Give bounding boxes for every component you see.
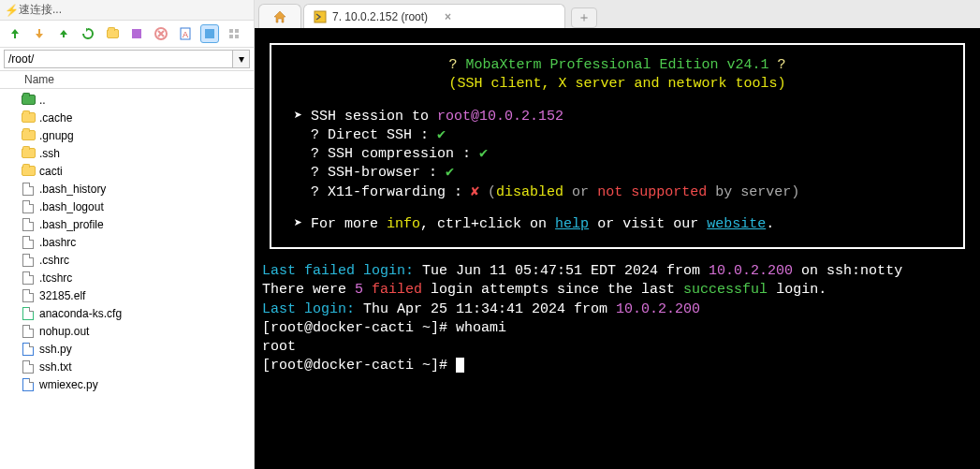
were-count: 5: [355, 282, 363, 298]
tree-item[interactable]: .bash_history: [0, 180, 254, 198]
tree-item-label: anaconda-ks.cfg: [39, 307, 122, 320]
tree-item[interactable]: .cshrc: [0, 251, 254, 269]
file-icon: [21, 359, 36, 374]
check-icon: ✔: [437, 127, 446, 143]
last-failed-ip: 10.0.2.200: [709, 263, 793, 279]
feature-label: ? X11-forwarding :: [311, 184, 471, 200]
session-tab[interactable]: 7. 10.0.2.152 (root) ×: [303, 4, 565, 28]
delete-icon[interactable]: [152, 24, 170, 43]
tree-item[interactable]: anaconda-ks.cfg: [0, 304, 254, 322]
tree-item[interactable]: .gnupg: [0, 126, 254, 144]
footer-or: or visit our: [589, 216, 707, 232]
refresh-icon[interactable]: [79, 24, 97, 43]
edit-icon[interactable]: A: [176, 24, 195, 43]
tree-item-label: .ssh: [39, 147, 60, 160]
tree-item[interactable]: cacti: [0, 162, 254, 180]
svg-rect-4: [205, 29, 214, 38]
left-sidebar: ⚡ 速连接... A ▾ Name ...cache.gnupg.sshcact…: [0, 0, 255, 469]
file-icon: [21, 324, 36, 339]
folder-icon: [21, 93, 36, 108]
tree-item[interactable]: .cache: [0, 109, 254, 126]
prompt-line-2: [root@docker-cacti ~]#: [255, 357, 980, 375]
check-icon: ✔: [479, 146, 488, 162]
bullet-icon: ➤: [294, 109, 311, 125]
bullet-icon: ➤: [294, 216, 311, 232]
tree-item[interactable]: .bash_logout: [0, 198, 254, 215]
tree-item[interactable]: ssh.py: [0, 340, 254, 358]
tree-header[interactable]: Name: [0, 71, 254, 89]
welcome-banner: ? MobaXterm Professional Edition v24.1 ?…: [270, 43, 965, 249]
command-whoami: whoami: [456, 320, 506, 336]
download-icon[interactable]: [30, 24, 49, 43]
were-tail: login.: [768, 282, 826, 298]
session-prefix: SSH session to: [311, 109, 437, 125]
svg-rect-8: [235, 35, 239, 38]
file-icon: [21, 377, 36, 392]
tree-item[interactable]: wmiexec.py: [0, 375, 254, 393]
session-icon: [314, 10, 327, 23]
were-successful: successful: [683, 282, 768, 298]
tree-item-label: .cshrc: [39, 254, 69, 267]
file-tree[interactable]: ...cache.gnupg.sshcacti.bash_history.bas…: [0, 89, 254, 469]
path-dropdown-icon[interactable]: ▾: [233, 50, 250, 68]
file-icon: [21, 342, 36, 357]
quick-connect-bar[interactable]: ⚡ 速连接...: [0, 0, 254, 21]
banner-feature-row: ? SSH-browser : ✔: [311, 164, 944, 183]
banner-title-q2: ?: [769, 57, 786, 73]
tree-item[interactable]: nohup.out: [0, 322, 254, 340]
close-icon[interactable]: ×: [445, 10, 451, 23]
banner-title-q1: ?: [448, 57, 465, 73]
parent-dir-icon[interactable]: [54, 24, 73, 43]
footer-info: info: [387, 216, 420, 232]
tree-item[interactable]: .bashrc: [0, 233, 254, 251]
home-tab[interactable]: [258, 4, 301, 28]
were-failed: failed: [363, 282, 422, 298]
home-icon: [272, 9, 287, 24]
terminal[interactable]: ? MobaXterm Professional Edition v24.1 ?…: [255, 28, 980, 469]
feature-label: ? SSH compression :: [311, 146, 479, 162]
hidden-toggle-icon[interactable]: [225, 24, 243, 43]
upload-icon[interactable]: [6, 24, 24, 43]
tree-item[interactable]: ssh.txt: [0, 358, 254, 375]
prompt-1: [root@docker-cacti ~]#: [262, 320, 456, 336]
path-bar: ▾: [0, 48, 254, 71]
feature-label: ? SSH-browser :: [311, 165, 446, 181]
tree-item-label: ssh.txt: [39, 360, 72, 374]
svg-text:A: A: [183, 30, 188, 39]
last-failed-login-line: Last failed login: Tue Jun 11 05:47:51 E…: [255, 262, 980, 281]
file-icon: [21, 288, 36, 303]
file-icon: [21, 235, 36, 250]
cursor: [456, 358, 464, 373]
tab-bar: 7. 10.0.2.152 (root) × ＋: [255, 0, 980, 28]
x-icon: ✘: [471, 184, 479, 200]
website-link[interactable]: website: [707, 216, 766, 232]
save-icon[interactable]: [127, 24, 146, 43]
tree-item-label: .bash_history: [39, 183, 106, 196]
quick-connect-label: 速连接...: [19, 2, 62, 18]
file-icon: [21, 271, 36, 286]
view-toggle-icon[interactable]: [200, 24, 219, 43]
whoami-output: root: [255, 338, 980, 357]
tree-item[interactable]: .tcshrc: [0, 269, 254, 286]
new-folder-icon[interactable]: [103, 24, 122, 43]
tree-item-label: .bashrc: [39, 236, 76, 249]
prompt-line-1: [root@docker-cacti ~]# whoami: [255, 319, 980, 338]
tree-item[interactable]: 32185.elf: [0, 286, 254, 304]
tree-item[interactable]: .ssh: [0, 144, 254, 162]
right-panel: 7. 10.0.2.152 (root) × ＋ ? MobaXterm Pro…: [255, 0, 980, 469]
last-login-label: Last login:: [262, 301, 355, 317]
session-tab-label: 7. 10.0.2.152 (root): [332, 10, 428, 23]
svg-rect-0: [132, 29, 141, 38]
tree-item[interactable]: ..: [0, 91, 254, 109]
note-paren: (: [488, 184, 496, 200]
new-tab-button[interactable]: ＋: [571, 7, 597, 28]
tree-item-label: .bash_profile: [39, 218, 104, 231]
tree-item[interactable]: .bash_profile: [0, 215, 254, 233]
tree-item-label: .cache: [39, 111, 72, 125]
tree-item-label: ssh.py: [39, 343, 72, 356]
path-input[interactable]: [4, 50, 233, 68]
file-icon: [21, 253, 36, 268]
name-column-header: Name: [24, 73, 54, 86]
tree-item-label: .bash_logout: [39, 200, 104, 213]
help-link[interactable]: help: [555, 216, 589, 232]
